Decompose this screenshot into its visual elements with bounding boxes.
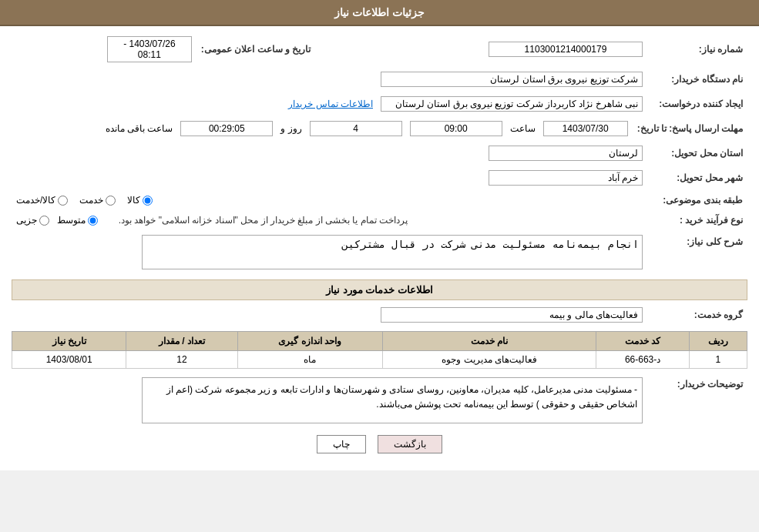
buyer-notes-box: - مسئولیت مدنی مدیرعامل، کلیه مدیران، مع… [142,377,643,423]
service-group-box: فعالیت‌های مالی و بیمه [381,307,643,323]
services-section-title: اطلاعات خدمات مورد نیاز [12,279,747,300]
need-description-textarea[interactable] [142,235,643,269]
deadline-date-box: 1403/07/30 [543,121,628,136]
col-header-date: تاریخ نیاز [12,332,126,351]
service-group-label: گروه خدمت: [647,305,747,325]
deadline-days-label: روز و [280,123,301,134]
need-number-label: شماره نیاز: [647,34,747,65]
purchase-type-radio-motevaset[interactable]: متوسط [57,215,98,226]
row-date: 1403/08/01 [12,351,126,369]
subject-radio-kala-input[interactable] [143,196,153,206]
subject-radio-kala-khedmat-input[interactable] [58,196,68,206]
need-description-label: شرح کلی نیاز: [647,233,747,272]
col-header-unit: واحد اندازه گیری [237,332,382,351]
requester-label: ایجاد کننده درخواست: [647,94,747,114]
purchase-type-note: پرداخت تمام یا بخشی از مبلغ خریدار از مح… [119,215,408,226]
public-announce-value: 1403/07/26 - 08:11 [12,34,196,65]
services-table: ردیف کد خدمت نام خدمت واحد اندازه گیری ت… [12,331,747,369]
col-header-qty: تعداد / مقدار [126,332,237,351]
purchase-type-value: جزیی متوسط پرداخت تمام یا بخشی از مبلغ خ… [12,212,647,228]
delivery-city-value: خرم آباد [12,168,647,188]
purchase-type-jozii-label: جزیی [16,215,37,226]
purchase-type-motevaset-input[interactable] [88,216,98,226]
print-button[interactable]: چاپ [317,435,366,453]
need-number-value: 1103001214000179 [326,34,647,65]
page-header: جزئیات اطلاعات نیاز [0,0,759,26]
row-code: د-663-66 [596,351,690,369]
subject-radio-khedmat[interactable]: خدمت [79,195,116,206]
delivery-province-box: لرستان [489,146,643,161]
subject-radio-khedmat-input[interactable] [106,196,116,206]
deadline-remaining-label: ساعت باقی مانده [106,123,173,134]
row-number: 1 [689,351,747,369]
public-announce-label: تاریخ و ساعت اعلان عمومی: [196,34,326,65]
buyer-org-value: شرکت توزیع نیروی برق استان لرستان [12,69,647,89]
row-unit: ماه [237,351,382,369]
deadline-days-box: 4 [310,121,402,136]
subject-radio-kala-khedmat-label: کالا/خدمت [16,195,55,206]
requester-value: نبی شاهرخ نژاد کاربرداز شرکت توزیع نیروی… [12,94,647,114]
purchase-type-jozii-input[interactable] [39,216,49,226]
delivery-city-label: شهر محل تحویل: [647,168,747,188]
col-header-name: نام خدمت [382,332,596,351]
back-button[interactable]: بازگشت [378,435,442,453]
col-header-code: کد خدمت [596,332,690,351]
deadline-time-label: ساعت [510,123,536,134]
need-description-value [12,233,647,272]
subject-radio-kala-khedmat[interactable]: کالا/خدمت [16,195,68,206]
deadline-time-box: 09:00 [410,121,502,136]
delivery-province-value: لرستان [12,143,647,163]
buyer-notes-value: - مسئولیت مدنی مدیرعامل، کلیه مدیران، مع… [12,375,647,426]
page-title: جزئیات اطلاعات نیاز [334,6,425,18]
col-header-row: ردیف [689,332,747,351]
deadline-value: 1403/07/30 ساعت 09:00 4 روز و 00:29:05 س… [12,119,633,139]
purchase-type-motevaset-label: متوسط [57,215,86,226]
table-row: 1 د-663-66 فعالیت‌های مدیریت وجوه ماه 12… [12,351,747,369]
subject-category-value: کالا/خدمت خدمت کالا [12,192,647,208]
deadline-remaining-box: 00:29:05 [180,121,273,136]
purchase-type-radio-jozii[interactable]: جزیی [16,215,49,226]
subject-radio-kala-label: کالا [127,195,140,206]
row-quantity: 12 [126,351,237,369]
buyer-org-box: شرکت توزیع نیروی برق استان لرستان [381,72,643,87]
buyer-org-label: نام دستگاه خریدار: [647,69,747,89]
subject-radio-group: کالا/خدمت خدمت کالا [16,195,643,206]
subject-radio-kala[interactable]: کالا [127,195,153,206]
purchase-type-label: نوع فرآیند خرید : [647,212,747,228]
subject-radio-khedmat-label: خدمت [79,195,103,206]
delivery-city-box: خرم آباد [489,170,643,186]
need-number-box: 1103001214000179 [489,42,643,57]
buyer-notes-label: توضیحات خریدار: [647,375,747,426]
deadline-label: مهلت ارسال پاسخ: تا تاریخ: [633,119,747,139]
purchase-type-row: جزیی متوسط پرداخت تمام یا بخشی از مبلغ خ… [16,215,643,226]
service-group-value: فعالیت‌های مالی و بیمه [12,305,647,325]
delivery-province-label: استان محل تحویل: [647,143,747,163]
requester-contact-link[interactable]: اطلاعات تماس خریدار [288,99,373,109]
subject-category-label: طبقه بندی موضوعی: [647,192,747,208]
row-name: فعالیت‌های مدیریت وجوه [382,351,596,369]
requester-box: نبی شاهرخ نژاد کاربرداز شرکت توزیع نیروی… [381,96,643,112]
button-row: بازگشت چاپ [12,435,747,453]
public-announce-box: 1403/07/26 - 08:11 [107,36,192,62]
